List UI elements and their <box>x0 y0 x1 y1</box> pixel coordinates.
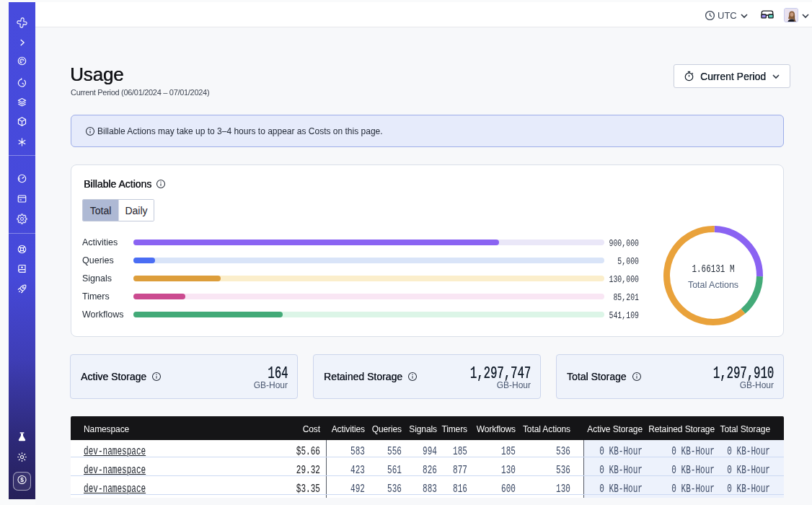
svg-text:$: $ <box>20 476 24 483</box>
